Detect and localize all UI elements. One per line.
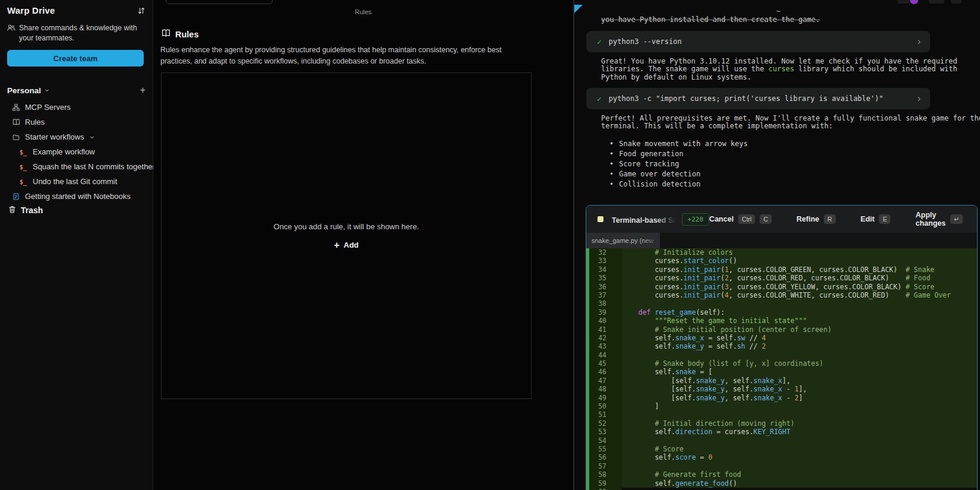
line-number: 58 [589, 470, 622, 479]
line-number: 38 [589, 299, 622, 308]
block-bookmark-icon[interactable] [574, 5, 583, 13]
code-line: 37 curses.init_pair(4, curses.COLOR_WHIT… [586, 291, 977, 299]
apply-changes-button[interactable]: Apply changes↵ [915, 211, 963, 227]
sidebar-item[interactable]: Rules [0, 115, 153, 129]
code-line: 56 self.score = 0 [586, 453, 977, 461]
add-rule-button[interactable]: + Add [334, 241, 359, 249]
cancel-button[interactable]: CancelCtrlC [709, 214, 772, 224]
code-line: 50 ] [586, 402, 977, 410]
line-number: 52 [589, 419, 622, 428]
chevron-right-icon[interactable]: › [918, 36, 921, 47]
sidebar-item[interactable]: $_Squash the last N commits together [0, 159, 153, 174]
file-change-icon [598, 216, 603, 222]
bullet-dot: • [609, 180, 614, 190]
trash-icon [8, 205, 16, 216]
personal-section-header[interactable]: Personal + [7, 85, 146, 96]
code-line-content [622, 488, 977, 490]
sidebar-item-label: Starter workflows [25, 132, 84, 141]
agent-message: Perfect! All prerequisites are met. Now … [601, 115, 980, 131]
add-item-icon[interactable]: + [140, 86, 146, 94]
code-line-content: curses.init_pair(2, curses.COLOR_RED, cu… [622, 274, 977, 282]
code-diff-block: Terminal-based Snake +220 CancelCtrlCRef… [586, 205, 978, 490]
bullet-dot: • [609, 170, 614, 180]
sort-icon[interactable] [137, 7, 146, 14]
message-line: Great! You have Python 3.10.12 installed… [601, 58, 957, 65]
line-number: 60 [589, 488, 622, 490]
code-line-content: # Generate first food [622, 470, 977, 479]
line-number: 42 [589, 334, 622, 342]
sidebar-item[interactable]: Getting started with Notebooks [0, 189, 153, 204]
diff-file-tabs: snake_game.py (new [586, 233, 977, 248]
line-number: 36 [589, 283, 622, 291]
rules-empty-state: Once you add a rule, it will be shown he… [161, 72, 532, 399]
chevron-right-icon[interactable]: › [918, 93, 921, 104]
code-line-content [622, 351, 977, 359]
chevron-down-icon [44, 85, 50, 96]
action-label: Apply changes [915, 211, 946, 227]
bullet-dot: • [609, 140, 614, 150]
code-line-content: self.snake_y = self.sh // 2 [622, 342, 977, 350]
code-line-content: def reset_game(self): [622, 308, 977, 317]
rules-panel: Rules Rules Rules enhance the agent by p… [153, 0, 574, 490]
added-lines-badge: +220 [682, 213, 710, 226]
diff-code-area[interactable]: 32 # Initialize colors33 curses.start_co… [586, 248, 977, 490]
notification-dot [910, 0, 918, 4]
terminal-pane: ~ you have Python installed and then cre… [574, 0, 980, 490]
rules-heading-label: Rules [175, 30, 199, 39]
sidebar-item[interactable]: $_Undo the last Git commit [0, 174, 153, 189]
sidebar-item[interactable]: MCP Servers [0, 100, 153, 115]
code-line: 58 # Generate first food [586, 470, 977, 479]
code-line: 52 # Initial direction (moving right) [586, 419, 977, 428]
sidebar-item-trash[interactable]: Trash [8, 205, 43, 216]
diff-actions: CancelCtrlCRefineREditEApply changes↵ [709, 211, 963, 227]
bullet-item: •Snake movement with arrow keys [609, 140, 748, 150]
trash-label: Trash [21, 206, 43, 215]
code-line: 55 # Score [586, 445, 977, 453]
key-badge: R [824, 214, 836, 224]
sidebar-item[interactable]: $_Example workflow [0, 144, 153, 159]
plus-icon: + [334, 241, 339, 249]
prompt-tilde: ~ [776, 7, 780, 15]
sidebar-header: Warp Drive [7, 5, 146, 15]
edit-button[interactable]: EditE [861, 214, 891, 224]
line-number: 37 [589, 291, 622, 299]
personal-label: Personal [7, 86, 41, 95]
line-number: 53 [589, 428, 622, 436]
code-line-content: curses.init_pair(1, curses.COLOR_GREEN, … [622, 265, 977, 274]
sidebar-item[interactable]: Starter workflows [0, 129, 153, 144]
command-block-version[interactable]: ✓ python3 --version › [586, 31, 930, 52]
code-line: 57 [586, 462, 977, 470]
code-line: 32 # Initialize colors [586, 248, 977, 257]
message-line: terminal. This will be a complete implem… [601, 122, 980, 130]
command-block-curses-check[interactable]: ✓ python3 -c "import curses; print('curs… [586, 88, 930, 109]
command-text: python3 --version [609, 37, 682, 46]
refine-button[interactable]: RefineR [796, 214, 836, 224]
code-line: 48 [self.snake_y, self.snake_x - 1], [586, 385, 977, 393]
code-line: 33 curses.start_color() [586, 257, 977, 265]
code-line-content: # Snake body (list of [y, x] coordinates… [622, 359, 977, 368]
file-tab-snake-game[interactable]: snake_game.py (new [586, 233, 660, 248]
line-number: 54 [589, 437, 622, 445]
line-number: 56 [589, 453, 622, 461]
code-line: 47 [self.snake_y, self.snake_x], [586, 377, 977, 385]
code-line-content: # Initial direction (moving right) [622, 419, 977, 428]
bullet-text: Food generation [619, 150, 683, 160]
line-number: 49 [589, 394, 622, 402]
code-line: 59 self.generate_food() [586, 479, 977, 488]
create-team-button[interactable]: Create team [7, 50, 144, 67]
code-line-content: """Reset the game to initial state""" [622, 317, 977, 325]
line-number: 44 [589, 351, 622, 359]
sidebar-item-label: Squash the last N commits together [33, 162, 155, 171]
code-line-content: # Initialize colors [622, 248, 977, 257]
agent-message: Great! You have Python 3.10.12 installed… [601, 58, 957, 81]
sidebar-item-label: Getting started with Notebooks [25, 192, 131, 201]
line-number: 51 [589, 410, 622, 419]
bullet-item: •Game over detection [609, 170, 748, 180]
share-banner: Share commands & knowledge with your tea… [7, 23, 147, 43]
code-line: 41 # Snake initial position (center of s… [586, 325, 977, 334]
bullet-text: Snake movement with arrow keys [619, 140, 748, 150]
people-icon [7, 23, 15, 43]
line-number: 33 [589, 257, 622, 265]
key-badge: ↵ [950, 214, 963, 224]
bullet-dot: • [609, 160, 614, 170]
